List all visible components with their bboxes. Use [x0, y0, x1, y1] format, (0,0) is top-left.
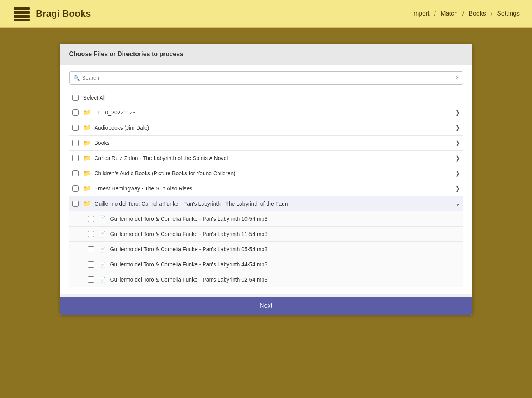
item-checkbox[interactable] — [88, 216, 94, 222]
folder-icon: 📁 — [83, 185, 91, 192]
card-header: Choose Files or Directories to process — [60, 44, 472, 65]
folder-icon: 📁 — [83, 200, 91, 207]
item-label: Ernest Hemingway - The Sun Also Rises — [95, 185, 452, 192]
item-checkbox[interactable] — [88, 231, 94, 237]
list-item[interactable]: 📁 Children's Audio Books (Picture Books … — [69, 166, 463, 181]
select-all-row: Select All — [69, 91, 463, 105]
select-all-checkbox[interactable] — [72, 95, 79, 101]
list-item[interactable]: 📁 Carlos Ruiz Zafon - The Labyrinth of t… — [69, 151, 463, 166]
item-checkbox[interactable] — [72, 125, 79, 131]
logo-area: Bragi Books — [12, 4, 91, 23]
search-container: 🔍 × — [69, 71, 463, 85]
search-input[interactable] — [69, 71, 463, 85]
file-icon: 📄 — [99, 261, 106, 268]
list-item[interactable]: 📁 Ernest Hemingway - The Sun Also Rises … — [69, 181, 463, 196]
svg-rect-2 — [14, 15, 30, 18]
chevron-right-icon: ❯ — [455, 185, 460, 192]
nav-books[interactable]: Books — [469, 10, 486, 17]
list-item-sub[interactable]: 📄 Guillermo del Toro & Cornelia Funke - … — [69, 257, 463, 272]
app-header: Bragi Books Import / Match / Books / Set… — [0, 0, 532, 28]
item-label: Children's Audio Books (Picture Books fo… — [95, 170, 452, 176]
item-checkbox[interactable] — [72, 109, 79, 116]
file-icon: 📄 — [99, 246, 106, 253]
list-item-sub[interactable]: 📄 Guillermo del Toro & Cornelia Funke - … — [69, 272, 463, 287]
item-checkbox[interactable] — [88, 246, 94, 252]
main-content: Choose Files or Directories to process 🔍… — [0, 28, 532, 330]
item-label: Books — [95, 140, 452, 146]
item-checkbox[interactable] — [72, 155, 79, 161]
list-item-sub[interactable]: 📄 Guillermo del Toro & Cornelia Funke - … — [69, 211, 463, 227]
nav-sep-3: / — [491, 10, 492, 17]
item-checkbox[interactable] — [72, 185, 79, 192]
main-nav: Import / Match / Books / Settings — [412, 10, 520, 17]
chevron-right-icon: ❯ — [455, 155, 460, 161]
folder-icon: 📁 — [83, 139, 91, 146]
item-label: Guillermo del Toro & Cornelia Funke - Pa… — [110, 246, 460, 252]
search-clear-button[interactable]: × — [455, 74, 459, 81]
nav-sep-2: / — [462, 10, 464, 17]
next-button[interactable]: Next — [60, 297, 472, 315]
file-list: 📁 01-10_20221123 ❯ 📁 Audiobooks (Jim Dal… — [69, 105, 463, 287]
folder-icon: 📁 — [83, 170, 91, 177]
list-item-sub[interactable]: 📄 Guillermo del Toro & Cornelia Funke - … — [69, 227, 463, 242]
file-icon: 📄 — [99, 215, 106, 222]
item-label: Audiobooks (Jim Dale) — [95, 125, 452, 131]
list-item[interactable]: 📁 Books ❯ — [69, 136, 463, 151]
item-label: Guillermo del Toro & Cornelia Funke - Pa… — [110, 276, 460, 283]
chevron-right-icon: ❯ — [455, 125, 460, 131]
chevron-down-icon: ⌄ — [455, 201, 460, 207]
svg-rect-0 — [14, 7, 30, 10]
list-item[interactable]: 📁 01-10_20221123 ❯ — [69, 105, 463, 120]
card-body: 🔍 × Select All 📁 01-10_20221123 ❯ — [60, 65, 472, 294]
file-chooser-card: Choose Files or Directories to process 🔍… — [60, 44, 472, 315]
item-checkbox[interactable] — [72, 170, 79, 176]
item-label: Guillermo del Toro, Cornelia Funke - Pan… — [95, 201, 452, 207]
item-checkbox[interactable] — [88, 276, 94, 283]
folder-icon: 📁 — [83, 124, 91, 131]
item-label: Guillermo del Toro & Cornelia Funke - Pa… — [110, 231, 460, 237]
item-checkbox[interactable] — [88, 261, 94, 268]
nav-sep-1: / — [434, 10, 436, 17]
svg-rect-3 — [14, 19, 30, 21]
list-item-sub[interactable]: 📄 Guillermo del Toro & Cornelia Funke - … — [69, 242, 463, 257]
select-all-label: Select All — [83, 95, 460, 101]
folder-icon: 📁 — [83, 155, 91, 162]
nav-import[interactable]: Import — [412, 10, 429, 17]
item-label: Guillermo del Toro & Cornelia Funke - Pa… — [110, 261, 460, 268]
item-label: Carlos Ruiz Zafon - The Labyrinth of the… — [95, 155, 452, 161]
item-label: 01-10_20221123 — [95, 109, 452, 116]
item-label: Guillermo del Toro & Cornelia Funke - Pa… — [110, 216, 460, 222]
chevron-right-icon: ❯ — [455, 170, 460, 176]
app-name: Bragi Books — [36, 8, 91, 19]
item-checkbox[interactable] — [72, 201, 79, 207]
chevron-right-icon: ❯ — [455, 140, 460, 146]
logo-icon — [12, 4, 31, 23]
list-item-expanded[interactable]: 📁 Guillermo del Toro, Cornelia Funke - P… — [69, 196, 463, 211]
card-title: Choose Files or Directories to process — [69, 51, 183, 57]
nav-match[interactable]: Match — [441, 10, 458, 17]
file-icon: 📄 — [99, 231, 106, 238]
svg-rect-1 — [14, 11, 30, 14]
file-icon: 📄 — [99, 276, 106, 283]
list-item[interactable]: 📁 Audiobooks (Jim Dale) ❯ — [69, 120, 463, 136]
chevron-right-icon: ❯ — [455, 109, 460, 116]
nav-settings[interactable]: Settings — [497, 10, 520, 17]
folder-icon: 📁 — [83, 109, 91, 116]
item-checkbox[interactable] — [72, 140, 79, 146]
